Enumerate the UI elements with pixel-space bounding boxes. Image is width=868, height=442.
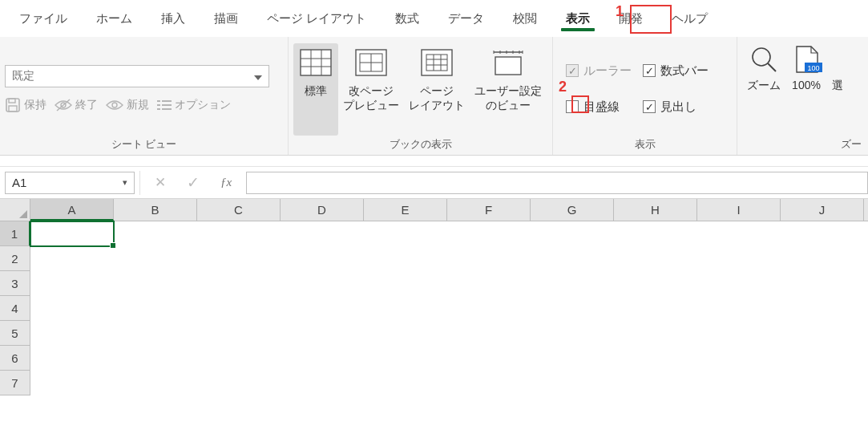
checkbox-gridlines[interactable]: 目盛線 — [566, 99, 632, 115]
col-header[interactable]: D — [281, 199, 364, 221]
cell[interactable] — [447, 246, 531, 271]
fx-icon[interactable]: ƒx — [220, 176, 232, 189]
tab-help[interactable]: ヘルプ — [657, 3, 722, 34]
cell[interactable] — [531, 346, 614, 371]
cell[interactable] — [531, 271, 614, 296]
checkbox-formula-bar[interactable]: ✓ 数式バー — [643, 63, 709, 79]
cell[interactable] — [364, 346, 447, 371]
name-box[interactable]: A1 ▾ — [5, 172, 135, 194]
zoom-100-button[interactable]: 100 100% — [785, 43, 827, 93]
cell[interactable] — [781, 321, 864, 346]
cell[interactable] — [30, 371, 114, 395]
cell[interactable] — [114, 246, 197, 271]
view-pagebreak-button[interactable]: 改ページ プレビュー — [338, 43, 404, 136]
formula-input[interactable] — [246, 172, 868, 194]
cell[interactable] — [197, 221, 281, 246]
cell[interactable] — [114, 371, 197, 395]
checkbox-headings[interactable]: ✓ 見出し — [643, 99, 709, 115]
cell[interactable] — [781, 371, 864, 395]
col-header[interactable]: E — [364, 199, 447, 221]
view-normal-button[interactable]: 標準 — [293, 43, 338, 136]
cell[interactable] — [447, 296, 531, 321]
cell[interactable] — [531, 246, 614, 271]
cell[interactable] — [281, 246, 364, 271]
col-header[interactable]: F — [447, 199, 531, 221]
cell[interactable] — [197, 246, 281, 271]
col-header[interactable]: B — [114, 199, 197, 221]
row-header[interactable]: 1 — [0, 221, 30, 246]
cell[interactable] — [614, 321, 697, 346]
cell[interactable] — [697, 246, 781, 271]
cell[interactable] — [697, 221, 781, 246]
cell[interactable] — [781, 221, 864, 246]
cell[interactable] — [531, 221, 614, 246]
cell[interactable] — [114, 271, 197, 296]
cell[interactable] — [531, 296, 614, 321]
cell[interactable] — [614, 296, 697, 321]
col-header[interactable]: J — [781, 199, 864, 221]
tab-developer[interactable]: 開発 — [604, 3, 657, 34]
cell[interactable] — [30, 296, 114, 321]
cell[interactable] — [614, 346, 697, 371]
zoom-button[interactable]: ズーム — [742, 43, 785, 95]
cell[interactable] — [447, 321, 531, 346]
cell[interactable] — [30, 246, 114, 271]
cell[interactable] — [30, 346, 114, 371]
cell[interactable] — [281, 271, 364, 296]
cell[interactable] — [114, 296, 197, 321]
col-header[interactable]: A — [30, 199, 114, 221]
row-header[interactable]: 6 — [0, 346, 30, 371]
cell-a1[interactable] — [30, 221, 114, 246]
cell[interactable] — [114, 346, 197, 371]
cell[interactable] — [781, 296, 864, 321]
cell[interactable] — [447, 346, 531, 371]
col-header[interactable]: G — [531, 199, 614, 221]
cell[interactable] — [781, 346, 864, 371]
cell[interactable] — [281, 221, 364, 246]
row-header[interactable]: 5 — [0, 321, 30, 346]
tab-draw[interactable]: 描画 — [200, 3, 252, 34]
cell[interactable] — [697, 296, 781, 321]
cell[interactable] — [447, 371, 531, 395]
tab-insert[interactable]: 挿入 — [147, 3, 200, 34]
tab-data[interactable]: データ — [434, 3, 499, 34]
tab-view[interactable]: 表示 — [551, 3, 604, 34]
cell[interactable] — [364, 296, 447, 321]
tab-home[interactable]: ホーム — [82, 3, 147, 34]
cell[interactable] — [197, 321, 281, 346]
cell[interactable] — [781, 271, 864, 296]
cell[interactable] — [364, 371, 447, 395]
cell[interactable] — [281, 296, 364, 321]
sheet-view-select[interactable]: 既定 — [5, 65, 269, 87]
cell[interactable] — [197, 346, 281, 371]
cell[interactable] — [614, 246, 697, 271]
cell[interactable] — [114, 221, 197, 246]
cell[interactable] — [697, 346, 781, 371]
cell[interactable] — [531, 371, 614, 395]
view-pagelayout-button[interactable]: ページ レイアウト — [404, 43, 470, 136]
cell[interactable] — [364, 221, 447, 246]
cell[interactable] — [614, 371, 697, 395]
col-header[interactable]: H — [614, 199, 697, 221]
select-all-corner[interactable] — [0, 199, 30, 221]
cell[interactable] — [114, 321, 197, 346]
row-header[interactable]: 4 — [0, 296, 30, 321]
cell[interactable] — [614, 271, 697, 296]
col-header[interactable]: C — [197, 199, 281, 221]
row-header[interactable]: 2 — [0, 246, 30, 271]
cell[interactable] — [531, 321, 614, 346]
row-header[interactable]: 7 — [0, 371, 30, 395]
cell[interactable] — [281, 346, 364, 371]
cell[interactable] — [781, 246, 864, 271]
zoom-selection-button[interactable]: 選 — [827, 43, 843, 95]
view-custom-button[interactable]: ユーザー設定 のビュー — [470, 43, 547, 136]
cell[interactable] — [697, 271, 781, 296]
cell[interactable] — [30, 321, 114, 346]
cell[interactable] — [197, 371, 281, 395]
tab-review[interactable]: 校閲 — [499, 3, 551, 34]
row-header[interactable]: 3 — [0, 271, 30, 296]
cell[interactable] — [614, 221, 697, 246]
cell[interactable] — [281, 371, 364, 395]
cell[interactable] — [697, 371, 781, 395]
cell[interactable] — [364, 321, 447, 346]
